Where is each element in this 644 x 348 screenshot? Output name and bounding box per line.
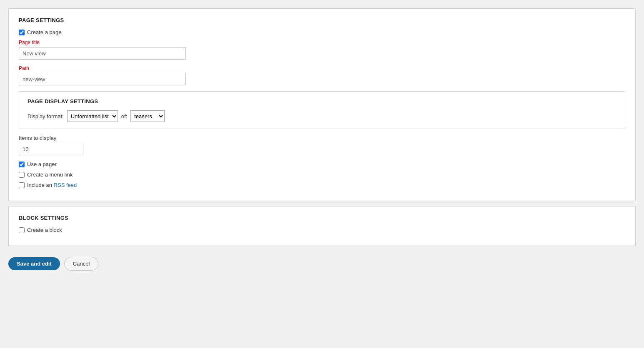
create-menu-link-label[interactable]: Create a menu link (27, 172, 73, 178)
create-page-row: Create a page (19, 29, 625, 35)
page-display-settings-title: PAGE DISPLAY SETTINGS (28, 98, 616, 104)
include-rss-checkbox[interactable] (19, 182, 25, 188)
display-format-row: Display format: Unformatted list HTML li… (28, 110, 616, 122)
use-pager-row: Use a pager (19, 161, 625, 167)
create-menu-link-row: Create a menu link (19, 172, 625, 178)
create-page-checkbox[interactable] (19, 30, 25, 35)
block-settings-title: BLOCK SETTINGS (19, 215, 625, 221)
create-page-label[interactable]: Create a page (27, 29, 61, 35)
of-select[interactable]: teasers full posts titles (130, 110, 165, 122)
page-title-input[interactable] (19, 47, 185, 60)
include-rss-row: Include an RSS feed (19, 182, 625, 188)
cancel-button[interactable]: Cancel (64, 257, 98, 271)
page-wrapper: PAGE SETTINGS Create a page Page title P… (8, 8, 636, 273)
path-label: Path (19, 65, 625, 71)
path-group: Path (19, 65, 625, 85)
footer-buttons: Save and edit Cancel (8, 251, 636, 273)
save-and-edit-button[interactable]: Save and edit (8, 257, 60, 270)
items-to-display-input[interactable] (19, 143, 83, 155)
use-pager-checkbox[interactable] (19, 162, 25, 167)
page-display-settings-panel: PAGE DISPLAY SETTINGS Display format: Un… (19, 91, 625, 129)
of-label: of: (121, 113, 127, 119)
page-title-group: Page title (19, 40, 625, 60)
include-rss-label[interactable]: Include an RSS feed (27, 182, 77, 188)
display-format-select[interactable]: Unformatted list HTML list Table (67, 110, 118, 122)
page-settings-panel: PAGE SETTINGS Create a page Page title P… (8, 8, 636, 201)
page-settings-title: PAGE SETTINGS (19, 17, 625, 23)
block-settings-panel: BLOCK SETTINGS Create a block (8, 206, 636, 246)
use-pager-label[interactable]: Use a pager (27, 161, 57, 167)
page-title-label: Page title (19, 40, 625, 45)
items-to-display-group: Items to display (19, 135, 625, 155)
create-menu-link-checkbox[interactable] (19, 172, 25, 178)
path-input[interactable] (19, 73, 185, 85)
display-format-label: Display format: (28, 113, 64, 119)
create-block-row: Create a block (19, 227, 625, 233)
rss-link[interactable]: RSS feed (54, 182, 77, 188)
create-block-label[interactable]: Create a block (27, 227, 62, 233)
items-to-display-label: Items to display (19, 135, 625, 141)
create-block-checkbox[interactable] (19, 227, 25, 233)
